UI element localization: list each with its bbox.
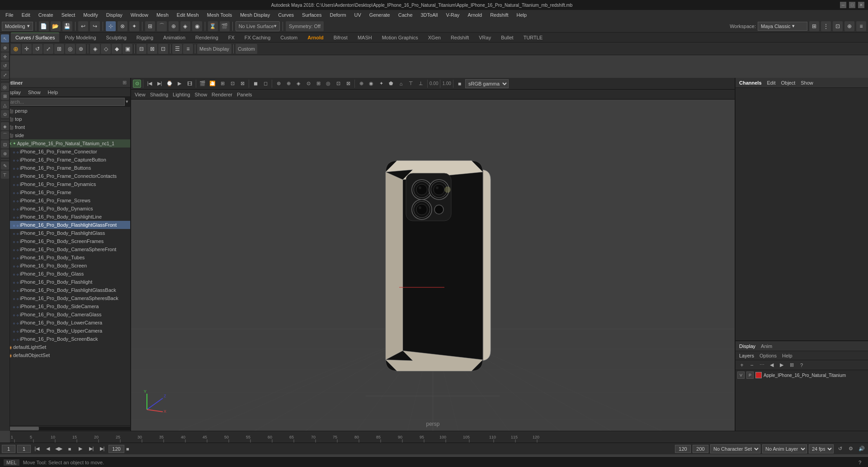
vp-icon-n[interactable]: ⊤ — [406, 79, 415, 88]
paint-btn[interactable]: ✦ — [129, 21, 139, 31]
tree-item-body-dyn[interactable]: ⬦ ⬦ iPhone_16_Pro_Body_Dynamics — [0, 205, 130, 213]
layer-expand[interactable]: ⊞ — [787, 361, 796, 370]
undo-btn[interactable]: ↩ — [78, 21, 88, 31]
tree-item-frame[interactable]: ⬦ ⬦ iPhone_16_Pro_Frame — [0, 188, 130, 196]
vp-icon-g[interactable]: ⊡ — [334, 79, 343, 88]
vp-anim[interactable]: 🎞 — [185, 79, 194, 88]
vp-menu-lighting[interactable]: Lighting — [171, 90, 192, 99]
outliner-search-arrow[interactable]: ▾ — [126, 99, 128, 105]
menu-display[interactable]: Display — [103, 11, 126, 19]
layer-vis-v[interactable]: V — [737, 372, 745, 379]
tree-item-frame-cap[interactable]: ⬦ ⬦ iPhone_16_Pro_Frame_CaptureButton — [0, 156, 130, 164]
grease-pencil-tool[interactable]: ✎ — [1, 162, 9, 170]
select-tool[interactable]: ↖ — [1, 34, 9, 43]
layer-nav-next[interactable]: ▶ — [777, 361, 786, 370]
snap-grid-btn[interactable]: ⊞ — [145, 21, 155, 31]
vp-render4[interactable]: ⊡ — [228, 79, 237, 88]
menu-modify[interactable]: Modify — [80, 11, 101, 19]
vp-menu-panels[interactable]: Panels — [235, 90, 254, 99]
universal-btn[interactable]: ⊞ — [54, 44, 64, 54]
menu-edit[interactable]: Edit — [18, 11, 34, 19]
menu-mesh-display[interactable]: Mesh Display — [236, 11, 274, 19]
history-btn[interactable]: ⌛ — [208, 21, 218, 31]
play-back[interactable]: ◀▶ — [54, 444, 63, 453]
vp-icon-a[interactable]: ⊛ — [274, 79, 283, 88]
move-btn[interactable]: ✛ — [22, 44, 32, 54]
tree-item-frame-btn[interactable]: ⬦ ⬦ iPhone_16_Pro_Frame_Buttons — [0, 164, 130, 172]
vp-icon-h[interactable]: ⊠ — [344, 79, 353, 88]
menu-mesh-tools[interactable]: Mesh Tools — [203, 11, 236, 19]
menu-generate[interactable]: Generate — [366, 11, 394, 19]
tree-item-body-screen[interactable]: ⬦ ⬦ iPhone_16_Pro_Body_Screen — [0, 262, 130, 270]
vp-render3[interactable]: ⊞ — [218, 79, 227, 88]
go-to-end[interactable]: ▶| — [98, 444, 107, 453]
comp-sel-btn[interactable]: ◈ — [90, 44, 100, 54]
vp-menu-renderer[interactable]: Renderer — [210, 90, 234, 99]
tab-vray[interactable]: VRay — [474, 33, 495, 42]
poly-tool[interactable]: △ — [1, 101, 9, 109]
tab-turtle[interactable]: TURTLE — [519, 33, 547, 42]
tree-item-side[interactable]: 🎥 side — [0, 131, 130, 139]
tab-arnold[interactable]: Arnold — [303, 33, 328, 42]
tree-item-front[interactable]: 🎥 front — [0, 123, 130, 131]
custom-btn[interactable]: Custom — [236, 44, 257, 54]
vp-render2[interactable]: 🎦 — [208, 79, 217, 88]
vp-key[interactable]: ⌚ — [165, 79, 174, 88]
tree-item-body-glass[interactable]: ⬦ ⬦ iPhone_16_Pro_Body_Glass — [0, 270, 130, 278]
vp-playblast[interactable]: ▶ — [175, 79, 184, 88]
go-to-start[interactable]: |◀ — [33, 444, 42, 453]
tree-item-frame-dyn[interactable]: ⬦ ⬦ iPhone_16_Pro_Frame_Dynamics — [0, 180, 130, 188]
menu-redshift[interactable]: Redshift — [486, 11, 512, 19]
vp-render5[interactable]: ⊠ — [238, 79, 247, 88]
vp-icon-b[interactable]: ⊕ — [284, 79, 293, 88]
layer-vis-p[interactable]: P — [746, 372, 754, 379]
tab-fx-caching[interactable]: FX Caching — [240, 33, 275, 42]
open-scene-btn[interactable]: 📂 — [51, 21, 61, 31]
options-subtab[interactable]: Options — [760, 353, 777, 358]
vp-scene-icon[interactable]: ⊙ — [133, 80, 141, 88]
vp-step-back[interactable]: |◀ — [145, 79, 154, 88]
joint-tool[interactable]: ⊛ — [1, 149, 9, 157]
soft-select-tool[interactable]: ◎ — [1, 83, 9, 91]
render-btn[interactable]: 🎬 — [220, 21, 230, 31]
tree-item-frame-conncontacts[interactable]: ⬦ ⬦ iPhone_16_Pro_Frame_ConnectorContact… — [0, 172, 130, 180]
lattice-tool[interactable]: ⊡ — [1, 140, 9, 148]
maximize-button[interactable]: □ — [849, 2, 855, 8]
menu-edit-mesh[interactable]: Edit Mesh — [173, 11, 203, 19]
scale-btn[interactable]: ⤢ — [43, 44, 53, 54]
menu-uv[interactable]: UV — [351, 11, 365, 19]
minimize-button[interactable]: ─ — [840, 2, 846, 8]
audio-btn[interactable]: 🔊 — [857, 444, 866, 453]
vp-wire-btn[interactable]: ◻ — [261, 79, 270, 88]
comp-sel4-btn[interactable]: ▣ — [123, 44, 132, 54]
tab-sculpting[interactable]: Sculpting — [102, 33, 131, 42]
tree-item-default-obj[interactable]: ◉ defaultObjectSet — [0, 351, 130, 359]
timeline[interactable]: 1 5 10 15 20 25 30 35 40 45 50 55 60 65 … — [10, 431, 868, 443]
tab-bifrost[interactable]: Bifrost — [329, 33, 352, 42]
measure-tool[interactable]: ⊤ — [1, 171, 9, 179]
show-tab[interactable]: Show — [801, 80, 813, 86]
rotate-btn[interactable]: ↺ — [33, 44, 42, 54]
layers-subtab[interactable]: Layers — [739, 353, 754, 358]
tree-item-body-camspheres-back[interactable]: ⬦ ⬦ iPhone_16_Pro_Body_CameraSpheresBack — [0, 294, 130, 302]
snap-center-btn[interactable]: ◉ — [192, 21, 202, 31]
menu-mesh[interactable]: Mesh — [153, 11, 172, 19]
paint-select-tool[interactable]: ⊕ — [1, 43, 9, 52]
tree-item-body-sidecam[interactable]: ⬦ ⬦ iPhone_16_Pro_Body_SideCamera — [0, 302, 130, 310]
rotate-tool[interactable]: ↺ — [1, 62, 9, 70]
tab-bullet[interactable]: Bullet — [496, 33, 518, 42]
vp-icon-i[interactable]: ⊕ — [357, 79, 366, 88]
symmetry-btn[interactable]: Symmetry: Off — [286, 21, 324, 31]
tree-item-top[interactable]: 🎥 top — [0, 115, 130, 123]
menu-surfaces[interactable]: Surfaces — [298, 11, 325, 19]
tree-item-body-flashglass[interactable]: ⬦ ⬦ iPhone_16_Pro_Body_FlashlightGlass — [0, 229, 130, 237]
layer-item[interactable]: V P Apple_IPhone_16_Pro_Natural_Titanium — [736, 370, 868, 380]
vp-icon-e[interactable]: ⊞ — [314, 79, 323, 88]
menu-cache[interactable]: Cache — [395, 11, 416, 19]
viewport-canvas[interactable]: Z X Y persp — [131, 100, 735, 431]
snap-point-btn[interactable]: ⊕ — [169, 21, 179, 31]
tree-item-body-flashglass-back[interactable]: ⬦ ⬦ iPhone_16_Pro_Body_FlashlightGlassBa… — [0, 286, 130, 294]
tree-item-body-flashline[interactable]: ⬦ ⬦ iPhone_16_Pro_Body_FlashlightLine — [0, 213, 130, 221]
scale-tool[interactable]: ⤢ — [1, 71, 9, 79]
select-tool-btn[interactable]: ⊹ — [106, 21, 116, 31]
